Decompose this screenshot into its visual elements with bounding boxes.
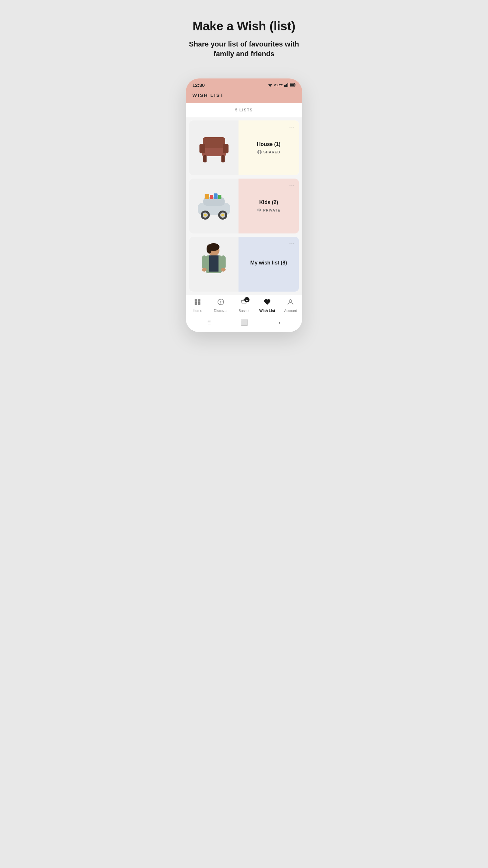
chair-illustration — [196, 130, 232, 166]
nav-label-account: Account — [284, 309, 297, 313]
nav-item-discover[interactable]: Discover — [211, 299, 230, 313]
list-item[interactable]: ··· Kids (2) PRIVATE — [189, 179, 299, 234]
svg-rect-34 — [221, 255, 226, 269]
system-nav-recent[interactable]: ⦙⦙⦙ — [207, 319, 210, 326]
discover-icon — [217, 299, 224, 307]
system-nav: ⦙⦙⦙ ⬜ ‹ — [186, 315, 302, 332]
lte-icon: VoLTE — [274, 84, 283, 87]
svg-rect-9 — [199, 144, 205, 153]
status-bar: 12:30 VoLTE — [186, 79, 302, 90]
svg-rect-10 — [223, 144, 228, 153]
toycar-illustration — [196, 191, 232, 221]
card-info-house: ··· House (1) SHARED — [238, 120, 299, 175]
card-menu-kids[interactable]: ··· — [289, 182, 295, 189]
nav-label-wishlist: Wish List — [259, 309, 275, 313]
account-icon — [287, 299, 294, 307]
private-icon — [257, 208, 261, 213]
card-image-house — [189, 120, 238, 175]
private-label: PRIVATE — [263, 208, 280, 212]
svg-point-42 — [220, 301, 221, 303]
svg-rect-8 — [202, 148, 226, 156]
card-info-kids: ··· Kids (2) PRIVATE — [238, 179, 299, 234]
svg-point-30 — [206, 244, 212, 253]
wishlist-icon — [264, 299, 271, 307]
promo-section: Make a Wish (list) Share your list of fa… — [176, 13, 312, 79]
svg-point-24 — [204, 214, 206, 216]
svg-point-35 — [202, 268, 206, 272]
svg-rect-19 — [210, 195, 213, 199]
card-menu-mywishlist[interactable]: ··· — [289, 240, 295, 247]
card-title-mywishlist: My wish list (8) — [251, 260, 287, 266]
bottom-nav: Home Discover 1 Basket Wish List — [186, 295, 302, 315]
svg-rect-12 — [221, 155, 225, 162]
card-menu-house[interactable]: ··· — [289, 124, 295, 130]
status-icons: VoLTE — [267, 83, 296, 88]
svg-point-47 — [289, 300, 292, 302]
list-item[interactable]: ··· House (1) SHARED — [189, 120, 299, 175]
nav-item-home[interactable]: Home — [188, 299, 207, 313]
card-status-kids: PRIVATE — [257, 208, 280, 213]
nav-item-account[interactable]: Account — [281, 299, 300, 313]
phone-mockup: 12:30 VoLTE WISH LIST 5 LISTS — [186, 79, 302, 332]
card-title-kids: Kids (2) — [259, 199, 278, 206]
battery-icon — [290, 83, 296, 88]
basket-badge: 1 — [244, 297, 250, 302]
svg-rect-3 — [288, 83, 289, 87]
status-time: 12:30 — [192, 82, 205, 88]
lists-count: 5 LISTS — [186, 103, 302, 117]
nav-label-home: Home — [193, 309, 202, 313]
promo-subtitle: Share your list of favourites with famil… — [186, 39, 302, 59]
svg-rect-1 — [285, 85, 286, 87]
system-nav-home[interactable]: ⬜ — [241, 319, 248, 326]
page-wrapper: Make a Wish (list) Share your list of fa… — [176, 13, 312, 332]
svg-rect-32 — [209, 255, 219, 272]
svg-point-27 — [221, 214, 224, 216]
svg-rect-40 — [198, 302, 200, 305]
svg-rect-18 — [205, 194, 209, 199]
card-info-mywishlist: ··· My wish list (8) — [238, 237, 299, 291]
card-title-house: House (1) — [257, 142, 281, 147]
shared-label: SHARED — [263, 150, 280, 154]
nav-label-discover: Discover — [214, 309, 228, 313]
app-header-title: WISH LIST — [192, 92, 224, 98]
svg-rect-0 — [284, 85, 285, 87]
svg-rect-39 — [195, 302, 197, 305]
card-status-house: SHARED — [257, 150, 280, 154]
svg-rect-37 — [195, 299, 197, 302]
list-item[interactable]: ··· My wish list (8) — [189, 237, 299, 291]
nav-item-wishlist[interactable]: Wish List — [258, 299, 277, 313]
signal-icon — [284, 83, 289, 88]
svg-rect-38 — [198, 299, 200, 302]
basket-icon: 1 — [240, 299, 248, 307]
svg-rect-6 — [290, 84, 294, 86]
svg-rect-5 — [295, 84, 296, 86]
home-icon — [194, 299, 201, 307]
shared-icon — [257, 150, 262, 154]
nav-item-basket[interactable]: 1 Basket — [234, 299, 254, 313]
app-header: WISH LIST — [186, 90, 302, 103]
system-nav-back[interactable]: ‹ — [279, 319, 281, 326]
svg-rect-2 — [286, 84, 287, 87]
card-image-kids — [189, 179, 238, 234]
svg-rect-11 — [203, 155, 206, 162]
svg-rect-33 — [202, 255, 206, 269]
svg-rect-21 — [218, 195, 221, 199]
nav-label-basket: Basket — [238, 309, 250, 313]
wifi-icon — [267, 83, 273, 88]
svg-rect-20 — [214, 193, 218, 199]
app-content: 5 LISTS — [186, 103, 302, 295]
promo-title: Make a Wish (list) — [186, 20, 302, 34]
card-image-mywishlist — [189, 237, 238, 291]
svg-point-36 — [221, 268, 226, 272]
person-illustration — [200, 243, 228, 285]
